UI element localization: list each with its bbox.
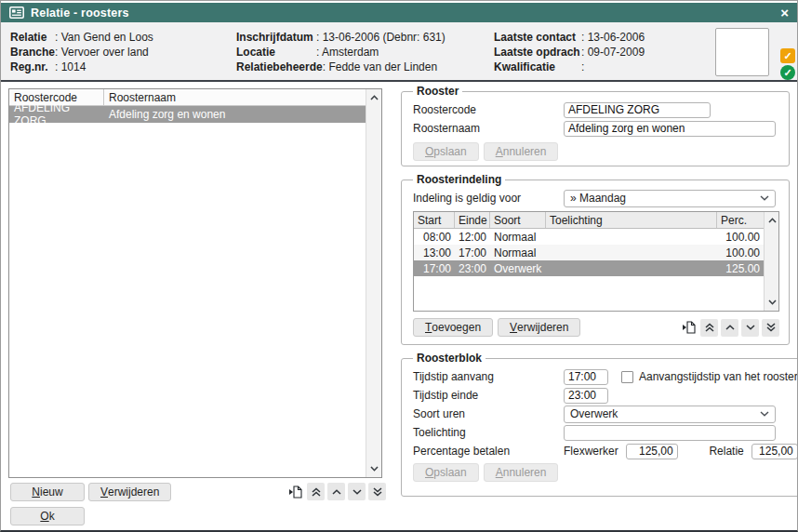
relatie-percentage-label: Relatie xyxy=(709,445,743,458)
tijdstip-aanvang-input[interactable] xyxy=(564,369,608,385)
branche-value: : Vervoer over land xyxy=(55,45,149,60)
relatiebeheerder-value: : Fedde van der Linden xyxy=(323,60,437,74)
toevoegen-button[interactable]: Toevoegen xyxy=(413,318,493,337)
goto-record-icon[interactable] xyxy=(680,319,698,337)
blok-toelichting-label: Toelichting xyxy=(413,426,564,439)
orange-check-icon[interactable]: ✓ xyxy=(780,48,795,63)
blok-toelichting-input[interactable] xyxy=(564,425,776,441)
soort-uren-value: Overwerk xyxy=(570,407,618,420)
branche-label: Branche xyxy=(10,45,55,60)
roosterindeling-group: Roosterindeling Indeling is geldig voor … xyxy=(401,173,790,345)
percentage-betalen-label: Percentage betalen xyxy=(413,445,564,458)
indeling-row[interactable]: 17:00 23:00 Overwerk 125.00 xyxy=(414,260,764,276)
relatie-roosters-window: Relatie - roosters × Relatie: Van Gend e… xyxy=(0,0,798,532)
header-column-right: Laatste contact: 13-06-2006 Laatste opdr… xyxy=(494,30,645,74)
aanvangstijdstip-checkbox[interactable] xyxy=(621,371,633,383)
roosterblok-group: Roosterblok Tijdstip aanvang Aanvangstij… xyxy=(401,352,798,497)
chevron-down-icon xyxy=(760,195,769,201)
chevron-down-icon xyxy=(760,411,769,417)
geldig-voor-value: » Maandag xyxy=(570,192,626,205)
regnr-value: : 1014 xyxy=(55,60,86,74)
window-title: Relatie - roosters xyxy=(31,7,129,20)
indeling-verwijderen-button[interactable]: Verwijderen xyxy=(498,318,580,337)
move-bottom-icon[interactable] xyxy=(762,319,779,337)
laatste-contact-label: Laatste contact xyxy=(494,30,581,45)
roster-list-row[interactable]: AFDELING ZORG Afdeling zorg en wonen xyxy=(9,106,366,123)
move-top-icon[interactable] xyxy=(700,319,718,337)
tijdstip-einde-label: Tijdstip einde xyxy=(413,389,564,402)
scroll-up-icon[interactable] xyxy=(765,213,779,228)
perc-column-header: Perc. xyxy=(717,212,764,228)
flexwerker-percentage-input[interactable] xyxy=(626,444,678,459)
laatste-contact-value: : 13-06-2006 xyxy=(581,30,645,45)
move-top-icon[interactable] xyxy=(307,483,325,500)
roosterindeling-group-title: Roosterindeling xyxy=(413,173,505,186)
roosternaam-column-header: Roosternaam xyxy=(104,89,366,105)
green-check-icon[interactable]: ✓ xyxy=(780,65,795,80)
rooster-group: Rooster Roostercode Roosternaam Opslaan … xyxy=(401,85,790,166)
blok-opslaan-button[interactable]: Opslaan xyxy=(413,463,479,482)
laatste-opdracht-value: : 09-07-2009 xyxy=(581,45,645,60)
roster-list: Roostercode Roosternaam AFDELING ZORG Af… xyxy=(8,88,382,478)
close-icon[interactable]: × xyxy=(780,6,789,20)
goto-record-icon[interactable] xyxy=(286,483,304,500)
soort-uren-dropdown[interactable]: Overwerk xyxy=(564,406,776,423)
kwalificatie-label: Kwalificatie xyxy=(494,60,581,74)
tijdstip-aanvang-label: Tijdstip aanvang xyxy=(413,370,564,383)
indeling-grid-header: Start Einde Soort Toelichting Perc. xyxy=(414,212,764,229)
relatie-label: Relatie xyxy=(10,30,55,45)
roosternaam-label: Roosternaam xyxy=(413,122,564,135)
roostercode-label: Roostercode xyxy=(413,103,564,116)
indeling-grid-scrollbar[interactable] xyxy=(764,212,778,311)
start-column-header: Start xyxy=(414,212,455,228)
locatie-value: : Amsterdam xyxy=(316,45,379,60)
relation-info-header: Relatie: Van Gend en Loos Branche: Vervo… xyxy=(1,22,797,82)
kwalificatie-value: : xyxy=(581,60,584,74)
contact-card-icon xyxy=(9,7,24,19)
nieuw-button[interactable]: Nieuw xyxy=(10,483,85,501)
indeling-geldig-voor-label: Indeling is geldig voor xyxy=(413,192,564,205)
toelichting-column-header: Toelichting xyxy=(546,212,717,228)
blok-annuleren-button[interactable]: Annuleren xyxy=(484,463,559,482)
indeling-row[interactable]: 08:00 12:00 Normaal 100.00 xyxy=(414,229,764,245)
move-up-icon[interactable] xyxy=(327,483,345,500)
rooster-annuleren-button[interactable]: Annuleren xyxy=(484,142,559,161)
roster-list-scrollbar[interactable] xyxy=(366,89,381,477)
move-bottom-icon[interactable] xyxy=(368,483,386,500)
ok-button[interactable]: Ok xyxy=(10,507,85,525)
indeling-record-controls xyxy=(680,319,779,337)
move-down-icon[interactable] xyxy=(741,319,759,337)
aanvangstijdstip-checkbox-label: Aanvangstijdstip van het rooster xyxy=(639,370,798,383)
roster-list-record-controls xyxy=(286,483,386,500)
relatie-percentage-input[interactable] xyxy=(751,444,798,459)
flexwerker-label: Flexwerker xyxy=(564,445,618,458)
roster-row-code: AFDELING ZORG xyxy=(9,106,104,123)
rooster-opslaan-button[interactable]: Opslaan xyxy=(413,142,479,161)
verwijderen-button[interactable]: Verwijderen xyxy=(88,483,171,501)
roster-row-name: Afdeling zorg en wonen xyxy=(104,106,366,123)
relation-photo-placeholder xyxy=(715,28,769,76)
title-bar[interactable]: Relatie - roosters × xyxy=(1,3,797,22)
roostercode-input[interactable] xyxy=(564,102,711,118)
move-up-icon[interactable] xyxy=(721,319,738,337)
roosternaam-input[interactable] xyxy=(564,121,776,137)
indeling-row[interactable]: 13:00 17:00 Normaal 100.00 xyxy=(414,245,764,260)
inschrijfdatum-value: : 13-06-2006 (Debnr: 631) xyxy=(316,30,446,45)
locatie-label: Locatie xyxy=(236,45,316,60)
scroll-down-icon[interactable] xyxy=(765,295,779,310)
tijdstip-einde-input[interactable] xyxy=(564,388,608,404)
soort-uren-label: Soort uren xyxy=(413,407,564,420)
header-column-left: Relatie: Van Gend en Loos Branche: Vervo… xyxy=(10,30,153,74)
laatste-opdracht-label: Laatste opdrach xyxy=(494,45,581,60)
indeling-grid: Start Einde Soort Toelichting Perc. 08:0… xyxy=(413,211,779,312)
move-down-icon[interactable] xyxy=(348,483,366,500)
einde-column-header: Einde xyxy=(455,212,490,228)
scroll-down-icon[interactable] xyxy=(366,461,381,476)
geldig-voor-dropdown[interactable]: » Maandag xyxy=(564,190,776,207)
roosterblok-group-title: Roosterblok xyxy=(413,352,485,365)
soort-column-header: Soort xyxy=(490,212,546,228)
inschrijfdatum-label: Inschrijfdatum xyxy=(236,30,316,45)
relatie-value: : Van Gend en Loos xyxy=(55,30,153,45)
rooster-group-title: Rooster xyxy=(413,85,462,98)
scroll-up-icon[interactable] xyxy=(366,90,381,105)
